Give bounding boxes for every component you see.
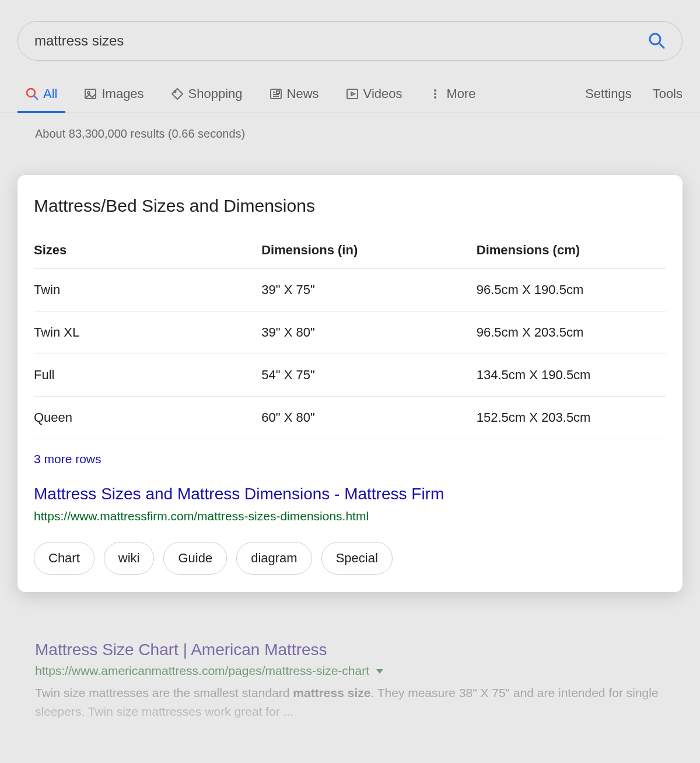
news-icon [270, 88, 282, 100]
search-input[interactable] [34, 33, 648, 49]
snippet-table: Sizes Dimensions (in) Dimensions (cm) Tw… [34, 232, 666, 439]
result-url-text: https://www.americanmattress.com/pages/m… [35, 664, 369, 677]
dropdown-caret-icon[interactable] [376, 669, 383, 674]
image-icon [84, 88, 97, 100]
desc-part: Twin size mattresses are the smallest st… [35, 686, 293, 699]
snippet-source-title[interactable]: Mattress Sizes and Mattress Dimensions -… [34, 485, 666, 503]
tab-label: Shopping [188, 86, 243, 102]
result-snippet: Twin size mattresses are the smallest st… [35, 684, 665, 720]
more-dots-icon [429, 88, 442, 100]
svg-point-15 [434, 96, 436, 99]
tab-videos[interactable]: Videos [338, 75, 411, 113]
video-icon [346, 88, 359, 100]
cell: 96.5cm X 190.5cm [477, 269, 666, 312]
table-header-row: Sizes Dimensions (in) Dimensions (cm) [34, 232, 666, 269]
col-header: Dimensions (in) [261, 232, 477, 269]
table-row: Queen 60" X 80" 152.5cm X 203.5cm [34, 397, 666, 439]
settings-link[interactable]: Settings [585, 86, 632, 102]
snippet-heading: Mattress/Bed Sizes and Dimensions [34, 196, 666, 216]
table-row: Twin 39" X 75" 96.5cm X 190.5cm [34, 269, 666, 312]
tab-all[interactable]: All [18, 75, 65, 113]
col-header: Dimensions (cm) [477, 232, 666, 269]
search-icon[interactable] [648, 32, 666, 50]
col-header: Sizes [34, 232, 261, 269]
chip[interactable]: Special [321, 542, 393, 575]
tab-label: More [446, 86, 475, 102]
cell: 60" X 80" [261, 397, 477, 439]
cell: 152.5cm X 203.5cm [477, 397, 666, 439]
tab-more[interactable]: More [421, 75, 484, 113]
more-rows-link[interactable]: 3 more rows [34, 452, 102, 466]
result-stats: About 83,300,000 results (0.66 seconds) [0, 113, 700, 141]
svg-rect-11 [276, 91, 279, 93]
cell: 39" X 80" [261, 312, 477, 354]
cell: 134.5cm X 190.5cm [477, 354, 666, 397]
svg-rect-12 [347, 89, 358, 99]
tab-label: All [43, 86, 57, 102]
cell: 39" X 75" [261, 269, 477, 312]
cell: Full [34, 354, 261, 397]
tabs-row: All Images Shopping News Videos [0, 75, 700, 113]
cell: Twin [34, 269, 261, 312]
tab-label: News [287, 86, 319, 102]
cell: 54" X 75" [261, 354, 477, 397]
related-chips-row: Chart wiki Guide diagram Special [34, 542, 666, 575]
svg-point-5 [88, 92, 90, 94]
cell: 96.5cm X 203.5cm [477, 312, 666, 354]
cell: Queen [34, 397, 261, 439]
chip[interactable]: diagram [236, 542, 312, 575]
chip[interactable]: wiki [104, 542, 155, 575]
svg-line-1 [659, 43, 664, 48]
chip[interactable]: Guide [163, 542, 227, 575]
result-url[interactable]: https://www.americanmattress.com/pages/m… [35, 664, 665, 678]
svg-line-3 [34, 96, 37, 99]
featured-snippet-card: Mattress/Bed Sizes and Dimensions Sizes … [18, 175, 682, 592]
tab-news[interactable]: News [261, 75, 327, 113]
cell: Twin XL [34, 312, 261, 354]
search-small-icon [26, 88, 38, 100]
tab-label: Videos [363, 86, 402, 102]
search-result: Mattress Size Chart | American Mattress … [35, 640, 665, 720]
tag-icon [171, 88, 184, 100]
table-row: Full 54" X 75" 134.5cm X 190.5cm [34, 354, 666, 397]
snippet-source-url[interactable]: https://www.mattressfirm.com/mattress-si… [34, 509, 666, 523]
tab-images[interactable]: Images [76, 75, 152, 113]
search-box[interactable] [18, 21, 682, 61]
result-title-link[interactable]: Mattress Size Chart | American Mattress [35, 640, 327, 659]
desc-bold: mattress size [293, 686, 370, 699]
chip[interactable]: Chart [34, 542, 94, 575]
search-bar-wrap [0, 0, 700, 61]
tab-shopping[interactable]: Shopping [163, 75, 251, 113]
svg-point-13 [434, 89, 436, 92]
table-row: Twin XL 39" X 80" 96.5cm X 203.5cm [34, 312, 666, 354]
tools-link[interactable]: Tools [653, 86, 682, 102]
tab-label: Images [102, 86, 144, 102]
svg-point-14 [434, 93, 436, 95]
